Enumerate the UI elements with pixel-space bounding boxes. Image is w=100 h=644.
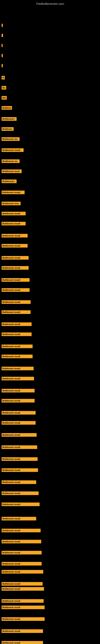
- bar-item-53: Bottleneck result: [1, 587, 44, 591]
- bar-label: Bottleneck result: [1, 310, 31, 314]
- bar-label: Bottleneck result: [1, 266, 29, 270]
- bar-label: Bottleneck result: [1, 492, 39, 495]
- bar-item-44: Bottleneck result: [1, 491, 39, 495]
- bar-item-30: Bottleneck result: [1, 332, 32, 336]
- bar-item-20: Bottleneck result: [1, 222, 26, 226]
- bar-item-25: Bottleneck result: [1, 278, 30, 282]
- bar-item-2: [1, 34, 3, 38]
- bar-label: Bottleneck result: [1, 599, 44, 603]
- bar-item-46: Bottleneck result: [1, 516, 36, 521]
- bar-item-34: Bottleneck result: [1, 376, 34, 380]
- bar-item-23: Bottleneck result: [1, 256, 29, 260]
- bar-item-45: Bottleneck result: [1, 502, 40, 506]
- bar-item-39: Bottleneck result: [1, 433, 37, 437]
- bar-item-1: [1, 23, 3, 27]
- bar-label: Bottleneck res: [1, 160, 20, 163]
- bar-item-3: [1, 44, 2, 48]
- bar-label: Bottleneck result: [1, 148, 24, 152]
- bar-item-21: Bottleneck result: [1, 234, 28, 238]
- bar-label: Bottleneck result: [1, 234, 28, 238]
- bar-label: Bottleneck result: [1, 629, 43, 633]
- bar-item-40: Bottleneck result: [1, 445, 37, 449]
- bar-label: Bot: [1, 96, 7, 100]
- bar-item-50: Bottleneck result: [1, 562, 42, 566]
- bar-item-48: Bottleneck result: [1, 540, 41, 544]
- bar-item-7: Bo: [1, 86, 6, 90]
- bar-item-8: Bot: [1, 96, 7, 100]
- bar-label: Bottleneck result: [1, 457, 38, 461]
- bar-item-58: Bottleneck result: [1, 641, 43, 644]
- bar-label: Bottleneck result: [1, 354, 33, 358]
- bar-label: Bottleneck result: [1, 617, 45, 621]
- bar-item-56: Bottleneck result: [1, 617, 45, 621]
- bar-label: Bottleneck result: [1, 322, 32, 326]
- bar-label: Bottleneck result: [1, 212, 26, 215]
- bar-item-15: Bottleneck resul: [1, 169, 22, 173]
- bar-label: Bottleneck result: [1, 529, 41, 532]
- bar-label: Bottleneck result: [1, 332, 32, 336]
- bar-label: Bottleneck result: [1, 606, 45, 609]
- bar-label: Bottleneck result: [1, 570, 43, 574]
- bar-label: Bottleneck result: [1, 367, 34, 370]
- bar-label: Bottleneck result: [1, 551, 42, 554]
- bar-label: Bottleneck result: [1, 344, 33, 348]
- bar-item-12: Bottleneck res: [1, 137, 20, 141]
- bar-stub: [1, 64, 3, 67]
- bar-item-27: Bottleneck result: [1, 300, 31, 304]
- bar-item-4: [1, 54, 3, 58]
- bar-item-5: [1, 64, 3, 68]
- bar-label: Bottleneck result: [1, 445, 37, 449]
- bar-label: Bottleneck result: [1, 399, 35, 402]
- bar-item-29: Bottleneck result: [1, 322, 32, 326]
- bar-stub: [1, 54, 3, 57]
- bar-item-13: Bottleneck result: [1, 148, 24, 152]
- bar-label: Bottleneck result: [1, 582, 43, 586]
- bar-label: Bottleneck result: [1, 540, 41, 544]
- bar-label: Bottleneck result: [1, 587, 44, 591]
- page-wrapper: TheBottlenecker.com BBoBotBottleneBottle…: [0, 0, 100, 644]
- bar-label: Bottleneck result: [1, 389, 35, 392]
- bar-label: Bottleneck r: [1, 117, 17, 121]
- bar-item-54: Bottleneck result: [1, 599, 44, 603]
- bar-label: Bottleneck result: [1, 468, 38, 472]
- bar-item-37: Bottleneck result: [1, 411, 36, 415]
- bar-item-49: Bottleneck result: [1, 550, 42, 555]
- bar-stub: [1, 24, 3, 27]
- bar-label: Bottlene: [1, 106, 12, 110]
- bar-label: Bottleneck result: [1, 278, 30, 282]
- bar-label: Bottleneck result: [1, 244, 28, 248]
- bar-label: Bottleneck result: [1, 256, 29, 260]
- site-title: TheBottlenecker.com: [0, 0, 100, 7]
- bar-label: Bottleneck result: [1, 190, 25, 194]
- bar-item-19: Bottleneck result: [1, 212, 26, 216]
- bar-item-28: Bottleneck result: [1, 310, 31, 314]
- bar-label: Bottleneck result: [1, 411, 36, 414]
- bar-item-43: Bottleneck result: [1, 480, 36, 484]
- bar-item-18: Bottleneck resu: [1, 202, 21, 206]
- bar-label: Bottleneck result: [1, 517, 36, 520]
- bar-item-57: Bottleneck result: [1, 629, 43, 633]
- bar-item-33: Bottleneck result: [1, 366, 34, 370]
- bar-stub: [1, 34, 3, 37]
- bars-area: BBoBotBottleneBottleneck rBottlenecBottl…: [0, 7, 100, 641]
- bar-label: Bottleneck result: [1, 300, 31, 304]
- bar-label: Bottleneck result: [1, 377, 34, 380]
- bar-label: Bottleneck result: [1, 480, 36, 484]
- bar-label: Bottlenec: [1, 127, 14, 131]
- bar-item-6: B: [1, 76, 5, 80]
- bar-item-55: Bottleneck result: [1, 605, 45, 610]
- bar-label: Bottleneck result: [1, 562, 42, 566]
- bar-label: Bottleneck result: [1, 641, 43, 644]
- bar-label: Bottleneck r: [1, 180, 17, 183]
- bar-item-52: Bottleneck result: [1, 582, 43, 586]
- bar-item-35: Bottleneck result: [1, 388, 35, 393]
- bar-label: Bottleneck result: [1, 421, 36, 425]
- bar-item-14: Bottleneck res: [1, 159, 20, 163]
- bar-item-24: Bottleneck result: [1, 266, 29, 270]
- bar-item-22: Bottleneck result: [1, 244, 28, 248]
- bar-label: B: [1, 76, 5, 80]
- bar-label: Bottleneck result: [1, 433, 37, 437]
- bar-label: Bottleneck result: [1, 288, 30, 292]
- bar-item-42: Bottleneck result: [1, 468, 38, 472]
- bar-label: Bottleneck res: [1, 137, 20, 141]
